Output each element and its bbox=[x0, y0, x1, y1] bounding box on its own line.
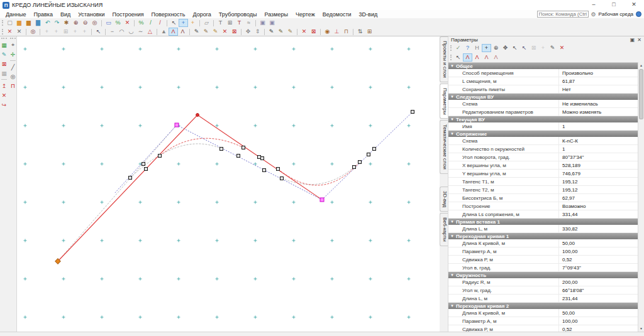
history-icon[interactable]: Н bbox=[472, 44, 482, 52]
curve-node-marker[interactable] bbox=[277, 168, 280, 171]
move-up-icon[interactable]: ↥ bbox=[0, 81, 8, 90]
command-search-input[interactable] bbox=[537, 11, 589, 18]
zoom-in-icon[interactable]: ⊕ bbox=[71, 19, 80, 27]
parameter-value[interactable]: Не изменилась bbox=[559, 100, 638, 107]
move-vertex-icon[interactable]: ⊕ bbox=[491, 44, 501, 52]
parameter-value[interactable]: 331,44 bbox=[559, 210, 638, 218]
side-tab[interactable]: Веб-карты bbox=[440, 213, 448, 246]
side-tab[interactable]: Проекты и слои bbox=[440, 36, 448, 82]
vertex-params-icon[interactable]: Λ bbox=[178, 28, 187, 36]
circle-tool-icon[interactable]: ◎ bbox=[9, 72, 17, 81]
vertex-segment-icon[interactable]: Λ bbox=[482, 53, 491, 62]
current-vertex-marker[interactable] bbox=[196, 114, 199, 117]
delete-node-icon[interactable]: ✕ bbox=[123, 19, 132, 27]
map-delete-icon[interactable]: ⊠ bbox=[0, 59, 8, 68]
arc-ccw-icon[interactable]: ◠ bbox=[117, 28, 126, 36]
menu-item[interactable]: Правка bbox=[30, 11, 57, 18]
curve-node-marker[interactable] bbox=[367, 153, 370, 156]
snap-node-icon[interactable]: + bbox=[179, 19, 188, 27]
parameter-value[interactable]: 80°37'34" bbox=[559, 153, 638, 161]
dim-box-icon[interactable]: ⊠ bbox=[529, 44, 538, 52]
parameter-value[interactable]: 200,00 bbox=[559, 278, 638, 286]
menu-item[interactable]: Чертеж bbox=[292, 11, 319, 18]
zoom-out-icon[interactable]: ⊖ bbox=[80, 19, 90, 27]
redo-op-icon[interactable]: ↪ bbox=[0, 100, 8, 109]
points-updown-icon[interactable]: ⇅ bbox=[355, 28, 365, 36]
window-icon[interactable]: ▣ bbox=[258, 19, 267, 27]
snap-point-icon[interactable]: + bbox=[188, 19, 197, 27]
scroll-up-icon[interactable]: ▲ bbox=[638, 62, 644, 68]
zoom-window-icon[interactable]: ◎ bbox=[90, 19, 99, 27]
parameter-value[interactable]: Нет bbox=[559, 85, 638, 93]
help-pointer-icon[interactable]: ? bbox=[463, 44, 472, 52]
apply-icon[interactable]: ✓ bbox=[453, 44, 463, 52]
add-vertex-icon[interactable]: + bbox=[482, 44, 491, 52]
parameter-value[interactable]: 100,00 bbox=[559, 317, 638, 325]
curve-node-marker[interactable] bbox=[373, 148, 376, 151]
workspace-label[interactable]: Рабочая среда bbox=[599, 11, 633, 17]
slope-x-icon[interactable]: / bbox=[155, 19, 165, 27]
profile-red-icon[interactable]: Π bbox=[9, 81, 17, 90]
delete-segment-icon[interactable]: ⊠ bbox=[230, 28, 239, 36]
cursor-mode-icon[interactable]: ↖ bbox=[453, 53, 463, 62]
open-icon[interactable]: ▆ bbox=[14, 19, 24, 27]
curve-node-marker[interactable] bbox=[158, 154, 162, 158]
edit-vertex-icon[interactable]: Λ bbox=[169, 28, 178, 36]
line-tool-icon[interactable]: ╱ bbox=[9, 62, 17, 72]
draw-tan-icon[interactable]: ✎ bbox=[286, 28, 295, 36]
menu-item[interactable]: Построения bbox=[109, 11, 148, 18]
picker-icon[interactable]: ✎ bbox=[548, 44, 557, 52]
side-tab[interactable]: Тематические слои bbox=[440, 120, 448, 174]
erase-icon[interactable]: ✕ bbox=[299, 28, 309, 36]
curve-node-marker[interactable] bbox=[353, 166, 356, 169]
select-tangent-icon[interactable]: ↖ bbox=[519, 44, 529, 52]
angle-up-icon[interactable]: △ bbox=[145, 28, 155, 36]
scroll-down-icon[interactable]: ▼ bbox=[638, 325, 644, 332]
erase-box-icon[interactable]: ⊠ bbox=[309, 28, 318, 36]
workspace-globe-icon[interactable] bbox=[636, 11, 641, 17]
stretch-tool-icon[interactable]: ⇕ bbox=[253, 28, 262, 36]
curve-node-marker[interactable] bbox=[220, 148, 223, 151]
redo-icon[interactable]: ↷ bbox=[52, 19, 62, 27]
lasso-icon[interactable]: ▱ bbox=[202, 19, 211, 27]
parameter-value[interactable]: Возможно bbox=[559, 202, 638, 210]
parameter-value[interactable]: 0,52 bbox=[559, 256, 638, 263]
parameter-value[interactable]: 746,679 bbox=[559, 170, 638, 177]
vertex-all-icon[interactable]: Λ bbox=[472, 53, 482, 62]
parameter-value[interactable]: 7°09'43" bbox=[559, 264, 638, 271]
vertex-mode-icon[interactable]: Λ bbox=[463, 53, 472, 62]
open-project-icon[interactable]: ▆ bbox=[24, 19, 33, 27]
curve-node-marker[interactable] bbox=[242, 146, 245, 149]
frame-select-icon[interactable]: ▭ bbox=[104, 19, 113, 27]
edit-nodes-icon[interactable]: ✕ bbox=[14, 28, 24, 36]
parameter-value[interactable]: 231,44 bbox=[559, 295, 638, 302]
point-target2-icon[interactable]: ✛ bbox=[9, 50, 17, 59]
parameter-value[interactable]: 61,87 bbox=[559, 77, 638, 85]
arc-cw-icon[interactable]: ◡ bbox=[126, 28, 136, 36]
cursor-icon[interactable]: ↖ bbox=[169, 19, 179, 27]
snap-grid-icon[interactable]: + bbox=[42, 28, 52, 36]
menu-item[interactable]: Ведомости bbox=[319, 11, 355, 18]
parameter-value[interactable]: 195,12 bbox=[559, 178, 638, 185]
move-tool-icon[interactable]: ✥ bbox=[243, 28, 253, 36]
section-header[interactable]: ▼Прямая вставка 1 bbox=[448, 219, 638, 225]
panel-scrollbar[interactable]: ▲ ▼ bbox=[638, 62, 644, 332]
draw-dark-icon[interactable]: ✎ bbox=[267, 28, 276, 36]
parameter-value[interactable]: Можно изменять bbox=[559, 108, 638, 116]
side-tab[interactable]: 3D-вид bbox=[440, 187, 448, 212]
snap-mid-icon[interactable]: + bbox=[70, 28, 80, 36]
section-header[interactable]: ▼Следующая ВУ bbox=[448, 94, 638, 100]
settings-gear-icon[interactable]: ⚙ bbox=[591, 11, 596, 18]
curve-node-marker[interactable] bbox=[258, 156, 261, 159]
exchange-icon[interactable]: ✱ bbox=[62, 19, 71, 27]
undo-icon[interactable]: ↶ bbox=[43, 19, 52, 27]
menu-item[interactable]: Поверхность bbox=[148, 11, 189, 18]
pencil-surface-icon[interactable]: ✎ bbox=[211, 28, 220, 36]
profile-box-icon[interactable]: ⊓ bbox=[341, 28, 351, 36]
side-tab[interactable]: Параметры bbox=[440, 84, 448, 119]
section-header[interactable]: ▼Текущая ВУ bbox=[448, 116, 638, 122]
parameter-value[interactable]: Произвольно bbox=[559, 69, 638, 77]
parameter-value[interactable]: 62,97 bbox=[559, 194, 638, 202]
parameter-value[interactable]: 0,52 bbox=[559, 325, 638, 332]
vertex-handle-marker[interactable] bbox=[175, 123, 179, 127]
